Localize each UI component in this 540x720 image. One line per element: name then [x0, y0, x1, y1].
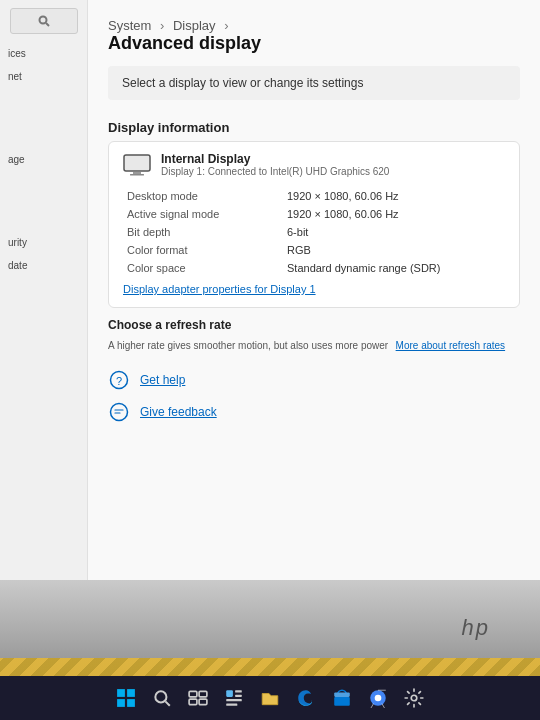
refresh-title: Choose a refresh rate — [108, 318, 520, 332]
adapter-properties-link[interactable]: Display adapter properties for Display 1 — [123, 283, 316, 295]
info-label: Color space — [123, 259, 283, 277]
taskbar-taskview-button[interactable] — [184, 684, 212, 712]
taskbar — [0, 676, 540, 720]
svg-rect-4 — [130, 174, 144, 176]
svg-rect-2 — [124, 155, 150, 171]
svg-rect-21 — [226, 699, 242, 701]
give-feedback-item: Give feedback — [108, 401, 520, 423]
main-content: System › Display › Advanced display Sele… — [88, 0, 540, 580]
svg-point-26 — [375, 695, 382, 702]
svg-rect-15 — [199, 691, 207, 697]
table-row: Bit depth6-bit — [123, 223, 505, 241]
svg-point-27 — [411, 695, 417, 701]
table-row: Color spaceStandard dynamic range (SDR) — [123, 259, 505, 277]
display-info-header: Internal Display Display 1: Connected to… — [161, 152, 389, 177]
display-name: Internal Display — [161, 152, 389, 166]
svg-rect-11 — [127, 699, 135, 707]
display-header: Internal Display Display 1: Connected to… — [123, 152, 505, 177]
svg-line-13 — [165, 701, 169, 705]
breadcrumb-sep1: › — [160, 18, 164, 33]
svg-rect-18 — [226, 690, 233, 697]
page-title: Advanced display — [108, 33, 261, 53]
breadcrumb-system[interactable]: System — [108, 18, 151, 33]
sidebar-item-net[interactable]: net — [0, 65, 87, 88]
taskbar-edge-button[interactable] — [292, 684, 320, 712]
table-row: Active signal mode1920 × 1080, 60.06 Hz — [123, 205, 505, 223]
taskbar-widgets-button[interactable] — [220, 684, 248, 712]
svg-point-0 — [39, 17, 46, 24]
taskbar-explorer-button[interactable] — [256, 684, 284, 712]
svg-rect-8 — [117, 689, 125, 697]
svg-rect-16 — [189, 699, 197, 705]
sidebar-item-date[interactable]: date — [0, 254, 87, 277]
svg-point-7 — [111, 404, 128, 421]
taskbar-windows-button[interactable] — [112, 684, 140, 712]
sidebar-item-urity[interactable]: urity — [0, 231, 87, 254]
help-section: ? Get help Give feedback — [108, 369, 520, 423]
taskbar-chrome-button[interactable] — [364, 684, 392, 712]
info-label: Active signal mode — [123, 205, 283, 223]
svg-rect-10 — [117, 699, 125, 707]
sidebar-item-ices[interactable]: ices — [0, 42, 87, 65]
svg-rect-20 — [235, 695, 242, 697]
info-label: Bit depth — [123, 223, 283, 241]
taskbar-store-button[interactable] — [328, 684, 356, 712]
get-help-icon: ? — [108, 369, 130, 391]
get-help-item: ? Get help — [108, 369, 520, 391]
info-value: RGB — [283, 241, 505, 259]
breadcrumb-display[interactable]: Display — [173, 18, 216, 33]
watermark-stripe — [0, 658, 540, 676]
monitor-icon — [123, 154, 151, 176]
sidebar-item-age[interactable]: age — [0, 148, 87, 171]
refresh-section: Choose a refresh rate A higher rate give… — [108, 318, 520, 353]
display-card: Internal Display Display 1: Connected to… — [108, 141, 520, 308]
svg-rect-17 — [199, 699, 207, 705]
info-label: Color format — [123, 241, 283, 259]
refresh-more-link[interactable]: More about refresh rates — [396, 340, 506, 351]
table-row: Desktop mode1920 × 1080, 60.06 Hz — [123, 187, 505, 205]
info-value: Standard dynamic range (SDR) — [283, 259, 505, 277]
taskbar-settings-button[interactable] — [400, 684, 428, 712]
give-feedback-link[interactable]: Give feedback — [140, 405, 217, 419]
description-box: Select a display to view or change its s… — [108, 66, 520, 100]
hp-bezel-area: hp — [0, 580, 540, 676]
taskbar-search-button[interactable] — [148, 684, 176, 712]
svg-rect-9 — [127, 689, 135, 697]
svg-rect-3 — [133, 172, 141, 174]
table-row: Color formatRGB — [123, 241, 505, 259]
description-text: Select a display to view or change its s… — [122, 76, 363, 90]
svg-rect-14 — [189, 691, 197, 697]
search-icon — [38, 15, 50, 27]
svg-rect-23 — [334, 697, 350, 706]
section-display-info: Display information — [88, 110, 540, 141]
give-feedback-icon — [108, 401, 130, 423]
svg-rect-19 — [235, 690, 242, 692]
info-value: 1920 × 1080, 60.06 Hz — [283, 187, 505, 205]
svg-rect-22 — [226, 704, 237, 706]
sidebar: ices net age urity date — [0, 0, 88, 580]
get-help-link[interactable]: Get help — [140, 373, 185, 387]
hp-logo: hp — [462, 615, 490, 641]
svg-text:?: ? — [116, 375, 122, 387]
display-subtitle: Display 1: Connected to Intel(R) UHD Gra… — [161, 166, 389, 177]
svg-line-1 — [46, 23, 49, 26]
info-value: 6-bit — [283, 223, 505, 241]
svg-point-12 — [155, 691, 166, 702]
info-value: 1920 × 1080, 60.06 Hz — [283, 205, 505, 223]
refresh-description: A higher rate gives smoother motion, but… — [108, 340, 388, 351]
svg-rect-24 — [334, 692, 350, 696]
breadcrumb: System › Display › Advanced display — [88, 0, 540, 62]
display-info-table: Desktop mode1920 × 1080, 60.06 HzActive … — [123, 187, 505, 277]
info-label: Desktop mode — [123, 187, 283, 205]
search-box[interactable] — [10, 8, 78, 34]
breadcrumb-sep2: › — [224, 18, 228, 33]
